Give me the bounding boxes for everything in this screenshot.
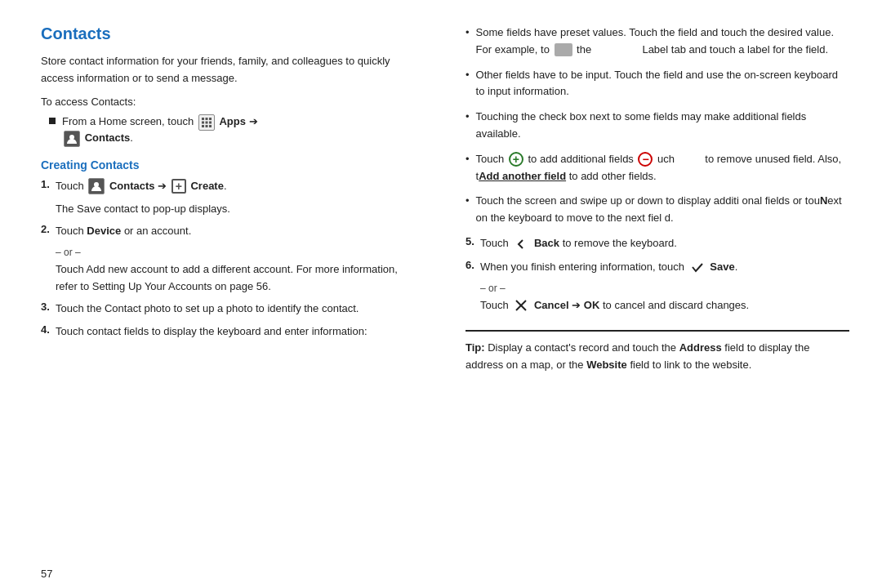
step1-contacts-icon [88,178,105,194]
section-creating: Creating Contacts [41,158,416,172]
svg-rect-0 [202,118,204,120]
svg-rect-6 [202,125,204,127]
page-title: Contacts [41,24,416,43]
right-bullet-3: • Touching the check box next to some fi… [466,109,849,143]
add-circle-icon: + [509,152,523,167]
step-6-or: – or – [480,283,849,294]
access-heading: To access Contacts: [41,96,416,108]
step-1-sub: The Save contact to pop-up displays. [56,201,416,218]
contacts-icon [64,131,80,147]
access-instruction: From a Home screen, touch Apps [62,114,258,147]
tip-box: Tip: Display a contact's record and touc… [466,330,849,374]
access-bullet: From a Home screen, touch Apps [49,114,416,147]
step-6: 6. When you finish entering information,… [466,259,849,276]
step-3: 3. Touch the Contact photo to set up a p… [41,301,416,318]
label-tag-icon [555,43,572,56]
svg-rect-3 [202,121,204,123]
back-icon [513,236,529,252]
right-bullet-1: • Some fields have preset values. Touch … [466,24,849,59]
svg-rect-4 [205,121,207,123]
step-6-cancel-text: Touch Cancel ➔ OK to cancel and discard … [480,297,849,314]
cancel-x-icon [513,297,529,314]
svg-rect-1 [205,118,207,120]
step-4: 4. Touch contact fields to display the k… [41,323,416,341]
svg-rect-8 [209,125,212,127]
svg-rect-7 [205,125,207,127]
right-bullet-2: • Other fields have to be input. Touch t… [466,67,849,101]
step-2-or: – or – [56,247,416,258]
create-plus-icon: + [172,179,186,194]
page-number: 57 [41,568,52,580]
page-footer: 57 [0,559,882,588]
save-checkmark-icon [689,259,706,275]
right-bullet-4: • Touch + to add additional fields − uch… [466,151,849,185]
step-1: 1. Touch Contacts ➔ + Create. [41,178,416,195]
apps-icon [198,114,215,131]
svg-rect-2 [209,118,212,120]
right-bullet-5: • Touch the screen and swipe up or down … [466,193,849,227]
remove-circle-icon: − [638,152,653,167]
step-2-add: Touch Add new account to add a different… [56,261,416,296]
step-5: 5. Touch Back to remove the keyboard. [466,235,849,252]
svg-rect-5 [209,121,212,123]
intro-text: Store contact information for your frien… [41,53,416,87]
step-2: 2. Touch Device or an account. [41,223,416,240]
bullet-icon [49,118,56,124]
